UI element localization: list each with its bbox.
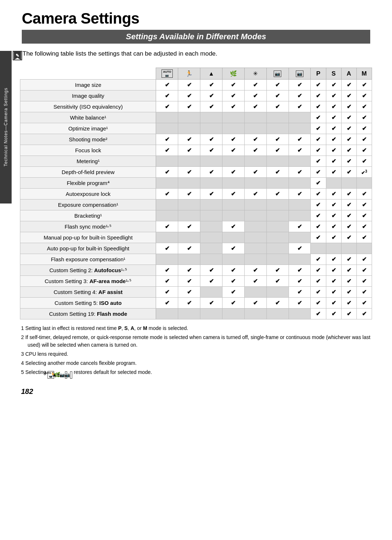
checkmark: ✔: [331, 169, 336, 175]
table-container: AUTO📷 🏃 ▲ 🌿 ✳: [0, 68, 392, 319]
check-cell: [222, 123, 245, 134]
setting-name-cell: Custom Setting 5: ISO auto: [20, 298, 156, 309]
checkmark: ✔: [347, 158, 351, 164]
checkmark: ✔: [347, 191, 351, 197]
check-cell: ✔: [311, 200, 326, 210]
check-cell: [222, 254, 245, 265]
check-cell: ✔: [266, 189, 289, 200]
check-cell: ✔: [341, 232, 356, 243]
check-cell: [244, 232, 266, 243]
checkmark: ✔: [231, 104, 236, 110]
check-cell: ✔: [356, 123, 372, 134]
checkmark: ✔: [362, 256, 367, 262]
checkmark: ✔: [362, 300, 367, 306]
checkmark: ✔: [347, 267, 351, 273]
table-body: Image size✔✔✔✔✔✔✔✔✔✔✔Image quality✔✔✔✔✔✔…: [20, 80, 372, 319]
check-cell: [222, 112, 245, 123]
table-row: Custom Setting 4: AF assist✔✔✔✔✔✔✔✔: [20, 287, 372, 298]
bookmark-icon: ✎: [13, 51, 22, 60]
check-cell: [200, 221, 222, 232]
checkmark: ✔: [187, 147, 192, 153]
check-cell: [178, 210, 200, 221]
checkmark: ✔: [316, 93, 320, 99]
check-cell: ✔: [289, 276, 311, 287]
M-mode-header: M: [356, 68, 372, 80]
checkmark: ✔: [316, 147, 320, 153]
check-cell: ✔: [222, 265, 245, 276]
check-cell: ✔: [244, 189, 266, 200]
check-cell: ✔: [341, 309, 356, 319]
checkmark: ✔: [231, 223, 236, 230]
checkmark: ✔: [347, 234, 351, 241]
check-cell: ✔: [356, 309, 372, 319]
check-cell: [326, 243, 341, 254]
check-cell: ✔: [244, 298, 266, 309]
check-cell: [311, 243, 326, 254]
check-cell: ✔: [326, 167, 341, 178]
check-cell: [222, 156, 245, 167]
check-cell: ✔: [356, 80, 372, 90]
checkmark: ✔: [297, 169, 302, 175]
checkmark: ✔: [347, 169, 351, 175]
setting-name-cell: Image size: [20, 80, 156, 90]
check-cell: ✔: [326, 210, 341, 221]
check-cell: ✔: [356, 101, 372, 112]
fn4-text: Selecting another mode cancels flexible …: [25, 360, 137, 366]
checkmark: ✔: [275, 82, 280, 88]
check-cell: [200, 200, 222, 210]
checkmark: ✔: [347, 289, 351, 295]
checkmark: ✔: [316, 82, 320, 88]
check-cell: ✔: [311, 309, 326, 319]
check-cell: ✔: [311, 189, 326, 200]
checkmark: ✔: [347, 311, 351, 317]
check-cell: ✔: [178, 189, 200, 200]
check-cell: ✔: [356, 298, 372, 309]
check-cell: [156, 210, 178, 221]
check-cell: [289, 210, 311, 221]
checkmark: ✔: [362, 213, 367, 219]
check-cell: ✔: [311, 156, 326, 167]
checkmark: ✔: [165, 93, 170, 99]
check-cell: ✔: [289, 145, 311, 156]
checkmark: ✔: [187, 289, 192, 295]
checkmark: ✔: [316, 234, 320, 241]
fn5-num: 5: [21, 369, 25, 375]
checkmark: ✔: [275, 93, 280, 99]
table-row: Manual pop-up for built-in Speedlight✔✔✔…: [20, 232, 372, 243]
setting-name-cell: Shooting mode²: [20, 134, 156, 145]
check-cell: [178, 123, 200, 134]
check-cell: ✔: [356, 145, 372, 156]
check-cell: ✔: [178, 101, 200, 112]
checkmark: ✔: [316, 125, 320, 132]
check-cell: ✔: [341, 189, 356, 200]
checkmark: ✔: [253, 147, 258, 153]
checkmark: ✔: [253, 136, 258, 142]
checkmark: ✔: [316, 191, 320, 197]
checkmark: ✔: [362, 82, 367, 88]
checkmark: ✔: [331, 300, 336, 306]
check-cell: ✔: [341, 156, 356, 167]
check-cell: ✔: [289, 80, 311, 90]
check-cell: [289, 254, 311, 265]
checkmark: ✔: [187, 278, 192, 284]
checkmark: ✔: [347, 278, 351, 284]
checkmark: ✔: [253, 104, 258, 110]
check-cell: ✔: [156, 145, 178, 156]
setting-name-cell: Depth-of-field preview: [20, 167, 156, 178]
checkmark: ✔: [331, 213, 336, 219]
check-cell: ✔: [178, 145, 200, 156]
checkmark: ✔: [297, 93, 302, 99]
setting-col-header: [20, 68, 156, 80]
check-cell: [266, 112, 289, 123]
checkmark: ✔: [331, 93, 336, 99]
checkmark: ✔: [347, 82, 351, 88]
footnote-1: 1 Setting last in effect is restored nex…: [21, 325, 371, 332]
check-cell: ✔: [266, 134, 289, 145]
check-cell: ✔: [341, 134, 356, 145]
subtitle-bar: Settings Available in Different Modes: [22, 30, 370, 44]
setting-name-cell: Auto pop-up for built-in Speedlight: [20, 243, 156, 254]
table-header-row: AUTO📷 🏃 ▲ 🌿 ✳: [20, 68, 372, 80]
checkmark: ✔: [331, 147, 336, 153]
page-number: 182: [0, 384, 392, 399]
settings-table: AUTO📷 🏃 ▲ 🌿 ✳: [20, 68, 372, 319]
